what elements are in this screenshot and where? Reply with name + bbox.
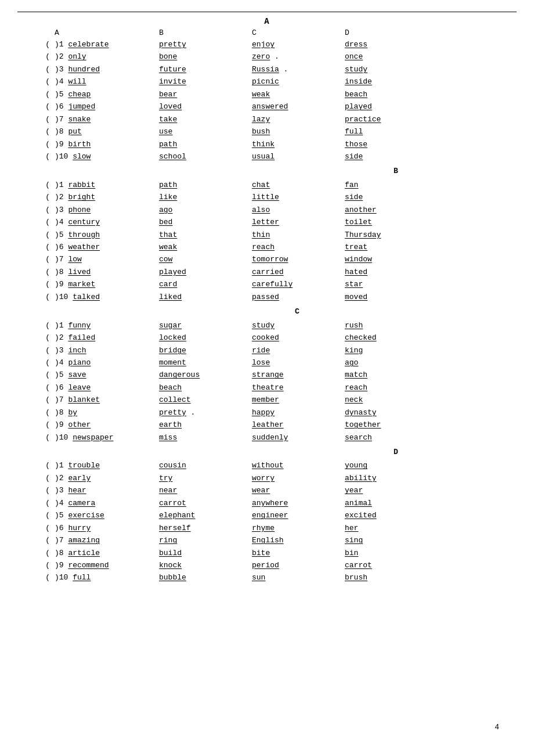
word-cell-d: beach: [342, 88, 447, 100]
word-cell-d: fan: [342, 179, 447, 191]
word-cell-b: dangerous: [157, 369, 250, 381]
word-cell-d: match: [342, 369, 447, 381]
word: market: [68, 280, 95, 289]
word: played: [345, 102, 372, 111]
word: weather: [68, 243, 100, 251]
table-row: ( )10 slow school usual side: [17, 150, 517, 163]
word: bright: [68, 193, 95, 201]
word-cell-d: dress: [342, 38, 447, 51]
paren: (: [17, 216, 52, 228]
word-cell-c: leather: [250, 419, 342, 431]
word-cell-c: rhyme: [250, 522, 342, 534]
section-a-rows: ( )1 celebrate pretty enjoy dress ( )2 o…: [17, 38, 517, 163]
word-cell-c: usual: [250, 150, 342, 163]
word-cell-b: loved: [157, 100, 250, 113]
table-row: ( )10 newspaper miss suddenly search: [17, 431, 517, 444]
word: theatre: [252, 383, 284, 392]
num-word: )10 slow: [52, 150, 157, 163]
paren: (: [17, 381, 52, 394]
num-word: )1 rabbit: [52, 179, 157, 191]
num-word: )2 only: [52, 51, 157, 63]
word: pretty: [159, 408, 186, 417]
page-border-top: [17, 12, 517, 12]
word-cell-c: tomorrow: [250, 253, 342, 265]
paren: (: [17, 431, 52, 444]
word-cell-c: picnic: [250, 75, 342, 88]
word: beach: [345, 90, 367, 99]
num-word: )10 talked: [52, 291, 157, 303]
num-word: )6 weather: [52, 241, 157, 253]
num-word: )6 leave: [52, 381, 157, 394]
word: by: [68, 408, 77, 417]
word: picnic: [252, 77, 279, 86]
word: bear: [159, 90, 177, 99]
num-word: )5 exercise: [52, 509, 157, 521]
num-word: )8 lived: [52, 266, 157, 278]
word-cell-b: elephant: [157, 509, 250, 521]
word: knock: [159, 561, 182, 570]
word: snake: [68, 115, 91, 124]
section-d-rows: ( )1 trouble cousin without young ( )2 e…: [17, 459, 517, 584]
word: inside: [345, 77, 372, 86]
word: study: [252, 321, 275, 330]
word-cell-d: animal: [342, 497, 447, 509]
table-row: ( )3 hear near wear year: [17, 484, 517, 496]
word-cell-d: Thursday: [342, 229, 447, 241]
section-d-header-row: D: [17, 444, 517, 459]
word: suddenly: [252, 433, 288, 442]
word: ride: [252, 346, 270, 355]
word-cell-b: cow: [157, 253, 250, 265]
word: carried: [252, 268, 284, 276]
word-cell-c: also: [250, 204, 342, 216]
word: sugar: [159, 321, 182, 330]
col-header-paren: [17, 28, 52, 37]
word: inch: [68, 346, 86, 355]
word: chat: [252, 181, 270, 189]
word: thin: [252, 231, 270, 239]
col-headers: A B C D: [17, 28, 517, 37]
num-word: )2 early: [52, 472, 157, 484]
word-cell-b: herself: [157, 522, 250, 534]
word-cell-d: king: [342, 344, 447, 357]
table-row: ( )1 rabbit path chat fan: [17, 179, 517, 191]
table-row: ( )8 article build bite bin: [17, 547, 517, 559]
word: wear: [252, 486, 270, 495]
word-cell-d: search: [342, 431, 447, 444]
word: zero: [252, 52, 270, 61]
word: other: [68, 420, 91, 429]
word: once: [345, 52, 363, 61]
word: exercise: [68, 511, 104, 520]
word: liked: [159, 293, 182, 301]
word: search: [345, 433, 372, 442]
word: lived: [68, 268, 91, 276]
word-cell-c: strange: [250, 369, 342, 381]
word-cell-b: future: [157, 63, 250, 75]
word: year: [345, 486, 363, 495]
word-cell-c: lazy: [250, 113, 342, 125]
word: miss: [159, 433, 177, 442]
word: played: [159, 268, 186, 276]
paren: (: [17, 51, 52, 63]
word-cell-d: practice: [342, 113, 447, 125]
dot: .: [270, 52, 279, 61]
table-row: ( )6 jumped loved answered played: [17, 100, 517, 113]
word: take: [159, 115, 177, 124]
word-cell-c: answered: [250, 100, 342, 113]
word: little: [252, 193, 279, 201]
word: like: [159, 193, 177, 201]
paren: (: [17, 459, 52, 471]
paren: (: [17, 369, 52, 381]
paren: (: [17, 113, 52, 125]
table-row: ( )9 recommend knock period carrot: [17, 559, 517, 571]
paren: (: [17, 75, 52, 88]
paren: (: [17, 266, 52, 278]
word: bite: [252, 549, 270, 557]
num-word: )3 hear: [52, 484, 157, 496]
word: article: [68, 549, 100, 557]
word-cell-b: bubble: [157, 571, 250, 584]
word: engineer: [252, 511, 288, 520]
word-cell-d: another: [342, 204, 447, 216]
table-row: ( )1 celebrate pretty enjoy dress: [17, 38, 517, 51]
main-container: A A B C D ( )1 celebrate pretty enjoy dr…: [17, 12, 517, 743]
table-row: ( )9 birth path think those: [17, 138, 517, 150]
